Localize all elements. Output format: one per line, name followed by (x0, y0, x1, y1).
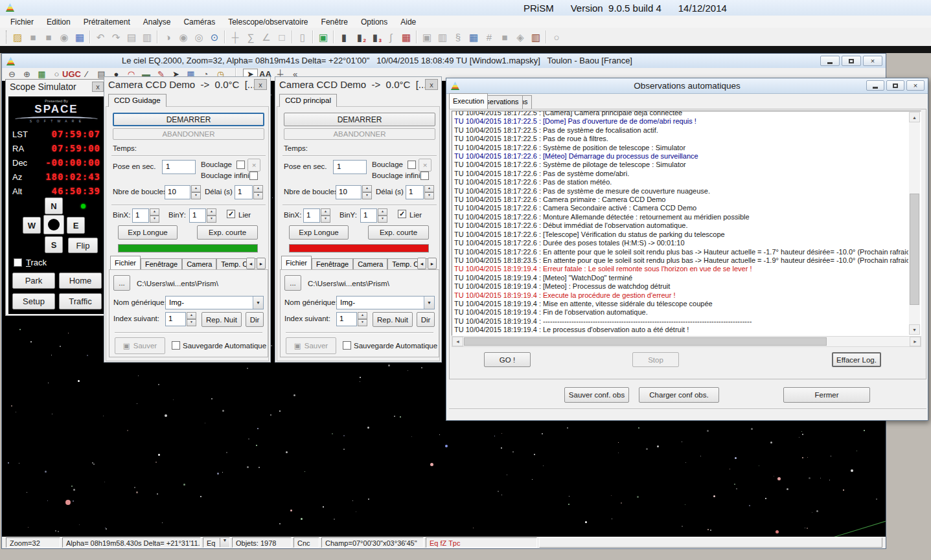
biny-stepper[interactable]: 1 ▲▼ (360, 208, 387, 223)
obs-tab[interactable]: Execution (449, 93, 488, 109)
setup-button[interactable]: Setup (12, 293, 55, 309)
generic-name-select[interactable]: Img- ▼ (336, 296, 435, 309)
toolbar-icon[interactable] (87, 30, 93, 44)
loops-stepper[interactable]: 10 ▲▼ (336, 185, 372, 199)
browse-button[interactable]: ... (284, 275, 301, 291)
up-icon[interactable]: ▲ (362, 185, 372, 192)
down-icon[interactable]: ▼ (207, 216, 216, 223)
up-icon[interactable]: ▲ (191, 185, 201, 192)
up-icon[interactable]: ▲ (358, 312, 367, 319)
down-icon[interactable]: ▼ (358, 319, 367, 326)
document-3-icon[interactable]: ▮ 3 (367, 30, 383, 44)
document-icon[interactable]: ▮ (336, 30, 352, 44)
probe-icon[interactable]: § (450, 30, 466, 44)
tab-scroll-left-icon[interactable]: ◄ (246, 258, 255, 269)
binx-stepper[interactable]: 1 ▲▼ (303, 208, 330, 223)
toolbar-icon[interactable] (310, 30, 316, 44)
frame-select[interactable]: Eq ▼ (203, 537, 230, 548)
park-button[interactable]: Park (12, 273, 55, 289)
down-icon[interactable]: ▼ (424, 192, 434, 199)
abort-button[interactable]: ABANDONNER (113, 128, 264, 140)
down-icon[interactable]: ▼ (187, 319, 196, 326)
close-window-button[interactable]: Fermer (783, 387, 870, 403)
frame-icon[interactable]: ■ (497, 30, 512, 44)
night-folder-button[interactable]: Rep. Nuit (373, 312, 413, 327)
close-icon[interactable]: x (425, 79, 438, 90)
slew-east-button[interactable]: E (67, 217, 85, 234)
biny-stepper[interactable]: 1 ▲▼ (189, 208, 216, 223)
guide-icon[interactable]: ∫ (383, 30, 398, 44)
long-exposure-button[interactable]: Exp Longue (289, 225, 349, 240)
autosave-checkbox[interactable] (172, 341, 180, 350)
short-exposure-button[interactable]: Exp. courte (197, 225, 258, 240)
close-icon[interactable]: x (92, 82, 104, 92)
abort-button[interactable]: ABANDONNER (284, 128, 435, 140)
save-config-icon[interactable]: ▣ (419, 30, 435, 44)
slew-south-button[interactable]: S (45, 236, 63, 253)
save-as-icon[interactable]: ■ (41, 30, 56, 44)
save-icon[interactable]: ■ (25, 30, 41, 44)
save-button[interactable]: ▣Sauver (115, 337, 165, 354)
menu-item[interactable]: Analyse (137, 16, 178, 28)
long-exposure-button[interactable]: Exp Longue (118, 225, 178, 240)
up-icon[interactable]: ▲ (187, 312, 196, 319)
up-icon[interactable]: ▲ (253, 185, 263, 192)
toolbar-icon[interactable] (290, 30, 295, 44)
undo-icon[interactable]: ↶ (93, 30, 108, 44)
scrollbar-thumb[interactable] (910, 194, 919, 305)
file-tab[interactable]: Fenêtrage (141, 258, 182, 270)
open-image-icon[interactable]: ▨ (10, 30, 25, 44)
next-index-stepper[interactable]: 1 ▲▼ (336, 312, 367, 326)
home-button[interactable]: Home (59, 273, 102, 289)
dir-button[interactable]: Dir (417, 312, 435, 327)
loop-infinite-checkbox[interactable] (420, 172, 429, 180)
loop-infinite-checkbox[interactable] (249, 172, 258, 180)
go-button[interactable]: GO ! (484, 352, 531, 367)
save-button[interactable]: ▣Sauver (286, 337, 336, 354)
file-tab[interactable]: Fichier (281, 256, 312, 270)
zoom-in-icon[interactable]: ⊕ (19, 69, 34, 80)
load-config-button[interactable]: Charger conf obs. (639, 387, 719, 403)
menu-item[interactable]: Edition (40, 16, 77, 28)
chevron-down-icon[interactable]: ▼ (424, 297, 434, 309)
start-button[interactable]: DEMARRER (284, 113, 435, 126)
down-icon[interactable]: ▼ (321, 216, 330, 223)
selection-icon[interactable]: □ (274, 30, 290, 44)
scroll-down-icon[interactable]: ▼ (909, 324, 920, 335)
menu-item[interactable]: Fenêtre (315, 16, 354, 28)
clear-log-button[interactable]: Effacer Log. (832, 352, 881, 367)
up-icon[interactable]: ▲ (378, 208, 387, 216)
close-button[interactable]: × (863, 56, 882, 66)
menu-item[interactable]: Caméras (177, 16, 222, 28)
down-icon[interactable]: ▼ (253, 192, 263, 199)
menu-item[interactable]: Fichier (4, 16, 40, 28)
tab-ccd-principal[interactable]: CCD principal (279, 94, 337, 107)
minimize-button[interactable] (820, 56, 840, 66)
down-icon[interactable]: ▼ (150, 216, 159, 223)
grid-add-icon[interactable]: ▦ (466, 30, 481, 44)
marker-icon[interactable]: ◉ (176, 30, 191, 44)
file-tab[interactable]: Camera (182, 258, 216, 270)
zoom-out-icon[interactable]: ⊖ (5, 69, 19, 80)
next-index-stepper[interactable]: 1 ▲▼ (165, 312, 196, 326)
film-icon[interactable]: ▥ (528, 30, 544, 44)
dir-button[interactable]: Dir (246, 312, 264, 327)
stop-slew-button[interactable] (43, 215, 64, 234)
up-icon[interactable]: ▲ (424, 185, 434, 192)
tab-scroll-right-icon[interactable]: ► (428, 258, 437, 269)
track-checkbox[interactable] (14, 258, 22, 267)
tab-scroll-left-icon[interactable]: ◄ (417, 258, 426, 269)
calendar-icon[interactable]: ▦ (72, 30, 87, 44)
scroll-left-icon[interactable]: ◄ (452, 337, 463, 346)
scroll-right-icon[interactable]: ► (910, 337, 921, 346)
file-tab[interactable]: Fenêtrage (312, 258, 353, 270)
filter-icon[interactable]: ▯ (295, 30, 310, 44)
menu-item[interactable]: Prétraitement (77, 16, 137, 28)
ccd-frame-icon[interactable]: ▦ (34, 69, 49, 80)
globe-icon[interactable]: ○ (549, 30, 564, 44)
horizontal-scrollbar[interactable]: ◄ ► (452, 336, 921, 347)
traffic-button[interactable]: Traffic (59, 293, 102, 309)
toolbar-grip[interactable] (6, 30, 6, 43)
slew-north-button[interactable]: N (45, 197, 63, 214)
down-icon[interactable]: ▼ (362, 192, 372, 199)
